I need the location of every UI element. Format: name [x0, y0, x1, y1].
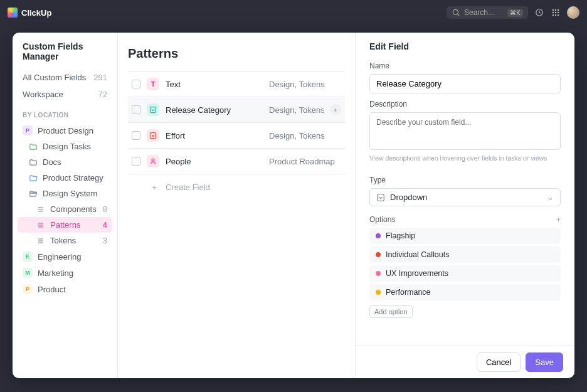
avatar[interactable]	[567, 6, 579, 19]
svg-rect-12	[151, 133, 156, 139]
list-tokens[interactable]: Tokens 3	[18, 233, 112, 248]
option-ux-improvements[interactable]: UX Improvements	[369, 265, 561, 282]
space-marketing[interactable]: M Marketing	[18, 265, 112, 281]
folder-design-tasks[interactable]: Design Tasks	[18, 139, 112, 154]
dropdown-field-icon	[147, 103, 159, 116]
description-label: Description	[369, 100, 561, 109]
svg-point-8	[553, 14, 554, 16]
folder-design-system[interactable]: Design System	[18, 186, 112, 201]
topbar: ClickUp Search... ⌘K	[0, 0, 587, 25]
brand-text: ClickUp	[21, 8, 51, 18]
sidebar-workspace[interactable]: Workspace 72	[18, 86, 112, 103]
svg-point-13	[152, 159, 154, 161]
fields-table: T Text Design, Tokens Release Category D…	[128, 71, 345, 199]
search-input[interactable]: Search... ⌘K	[447, 6, 528, 19]
expand-row-icon[interactable]: +	[330, 104, 341, 115]
clock-icon[interactable]	[534, 8, 544, 18]
brand: ClickUp	[8, 8, 51, 18]
folder-icon	[29, 174, 38, 183]
sidebar: Custom Fields Manager All Custom Fields …	[13, 33, 118, 378]
folder-docs[interactable]: Docs	[18, 154, 112, 170]
folder-open-icon	[29, 189, 38, 198]
sidebar-by-location-label: BY LOCATION	[23, 112, 107, 119]
svg-point-0	[453, 9, 458, 14]
space-icon: P	[23, 284, 33, 294]
space-icon: E	[23, 252, 33, 262]
panel-title: Edit Field	[369, 41, 561, 51]
text-field-icon: T	[147, 78, 159, 90]
type-label: Type	[369, 176, 561, 184]
add-option-icon[interactable]: +	[556, 215, 561, 224]
search-icon	[452, 8, 460, 17]
description-input[interactable]	[369, 112, 561, 150]
name-input[interactable]	[369, 74, 561, 93]
svg-point-6	[555, 12, 556, 13]
list-icon	[36, 206, 45, 213]
color-dot	[376, 290, 381, 295]
chevron-down-icon: ⌄	[547, 193, 554, 202]
field-row-text[interactable]: T Text Design, Tokens	[128, 72, 345, 97]
main-content: Patterns T Text Design, Tokens Release C…	[118, 33, 355, 378]
folder-icon	[29, 158, 38, 167]
list-components[interactable]: Components 8	[18, 201, 112, 217]
option-performance[interactable]: Performance	[369, 284, 561, 300]
space-icon: P	[23, 125, 33, 135]
dropdown-type-icon	[376, 193, 385, 202]
field-row-effort[interactable]: Effort Design, Tokens	[128, 123, 345, 149]
plus-icon: +	[149, 182, 159, 192]
svg-point-9	[555, 14, 556, 16]
description-hint: View descriptions when hovering over fie…	[369, 154, 561, 162]
people-field-icon	[147, 155, 159, 167]
svg-point-3	[555, 9, 556, 11]
page-title: Patterns	[128, 46, 345, 61]
color-dot	[376, 233, 381, 238]
sidebar-title: Custom Fields Manager	[23, 41, 107, 61]
color-dot	[376, 252, 381, 257]
checkbox[interactable]	[132, 157, 140, 166]
search-kbd: ⌘K	[507, 9, 523, 17]
add-option-button[interactable]: Add option	[369, 305, 413, 318]
checkbox[interactable]	[132, 105, 140, 114]
svg-point-10	[558, 14, 559, 16]
modal-shell: Custom Fields Manager All Custom Fields …	[13, 33, 574, 378]
folder-product-strategy[interactable]: Product Strategy	[18, 170, 112, 186]
svg-rect-14	[378, 194, 384, 201]
field-row-people[interactable]: People Product Roadmap	[128, 149, 345, 174]
edit-panel: Edit Field Name Description View descrip…	[355, 33, 574, 378]
effort-field-icon	[147, 129, 159, 142]
option-individual-callouts[interactable]: Individual Callouts	[369, 246, 561, 263]
svg-point-5	[553, 12, 554, 13]
svg-point-2	[553, 9, 554, 11]
space-icon: M	[23, 268, 33, 278]
save-button[interactable]: Save	[526, 352, 563, 372]
list-icon	[36, 221, 45, 229]
name-label: Name	[369, 61, 561, 70]
type-select[interactable]: Dropdown ⌄	[369, 188, 561, 206]
checkbox[interactable]	[132, 131, 140, 140]
create-field-button[interactable]: + Create Field	[128, 174, 345, 199]
options-label: Options	[369, 215, 395, 224]
apps-icon[interactable]	[551, 8, 561, 18]
list-patterns[interactable]: Patterns 4	[18, 217, 112, 233]
svg-point-7	[558, 12, 559, 13]
checkbox[interactable]	[132, 80, 140, 88]
space-engineering[interactable]: E Engineering	[18, 248, 112, 265]
svg-point-4	[558, 9, 559, 11]
svg-rect-11	[151, 107, 156, 113]
sidebar-all-fields[interactable]: All Custom Fields 291	[18, 69, 112, 86]
search-placeholder: Search...	[464, 8, 494, 17]
option-flagship[interactable]: Flagship	[369, 228, 561, 244]
field-row-release-category[interactable]: Release Category Design, Tokens +	[128, 97, 345, 123]
logo-icon	[8, 8, 18, 18]
color-dot	[376, 271, 381, 276]
cancel-button[interactable]: Cancel	[477, 352, 521, 372]
space-product[interactable]: P Product	[18, 281, 112, 297]
folder-icon	[29, 142, 38, 151]
list-icon	[36, 237, 45, 245]
space-product-design[interactable]: P Product Design	[18, 122, 112, 139]
